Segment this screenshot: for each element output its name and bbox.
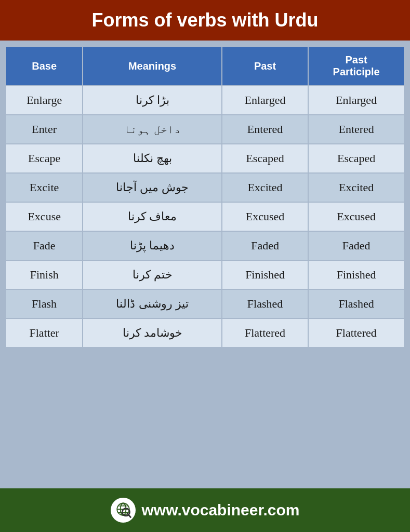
table-row: Excuseمعاف کرناExcusedExcused [6, 202, 404, 231]
cell-base: Escape [6, 144, 83, 173]
cell-meaning: بھچ نکلنا [83, 144, 221, 173]
globe-icon: www [111, 498, 136, 523]
cell-meaning: تیز روشنی ڈالنا [83, 289, 221, 318]
cell-participle: Finished [308, 260, 404, 289]
page-wrapper: Forms of verbs with Urdu Base Meanings P… [0, 0, 410, 532]
cell-past: Escaped [222, 144, 309, 173]
cell-base: Enter [6, 115, 83, 144]
col-base: Base [6, 46, 83, 86]
cell-meaning: جوش میں آجانا [83, 173, 221, 202]
cell-base: Enlarge [6, 86, 83, 115]
table-row: Exciteجوش میں آجاناExcitedExcited [6, 173, 404, 202]
cell-meaning: معاف کرنا [83, 202, 221, 231]
header-row: Base Meanings Past PastParticiple [6, 46, 404, 86]
verb-table: Base Meanings Past PastParticiple Enlarg… [5, 46, 405, 348]
cell-past: Faded [222, 231, 309, 260]
page-title: Forms of verbs with Urdu [10, 9, 400, 31]
footer-url: www.vocabineer.com [142, 501, 300, 519]
cell-participle: Escaped [308, 144, 404, 173]
cell-past: Excused [222, 202, 309, 231]
table-row: Enterداخل ہوناEnteredEntered [6, 115, 404, 144]
cell-base: Excuse [6, 202, 83, 231]
col-past: Past [222, 46, 309, 86]
cell-participle: Flattered [308, 318, 404, 348]
cell-participle: Excited [308, 173, 404, 202]
cell-past: Flashed [222, 289, 309, 318]
cell-participle: Excused [308, 202, 404, 231]
cell-meaning: دھیما پڑنا [83, 231, 221, 260]
col-participle: PastParticiple [308, 46, 404, 86]
cell-base: Fade [6, 231, 83, 260]
table-row: Finishختم کرناFinishedFinished [6, 260, 404, 289]
cell-past: Enlarged [222, 86, 309, 115]
col-meanings: Meanings [83, 46, 221, 86]
cell-participle: Enlarged [308, 86, 404, 115]
cell-base: Excite [6, 173, 83, 202]
cell-meaning: ختم کرنا [83, 260, 221, 289]
cell-past: Entered [222, 115, 309, 144]
footer-bar: www www.vocabineer.com [0, 488, 410, 532]
cell-participle: Faded [308, 231, 404, 260]
svg-text:www: www [120, 503, 126, 507]
cell-past: Flattered [222, 318, 309, 348]
cell-meaning: بڑا کرنا [83, 86, 221, 115]
cell-past: Excited [222, 173, 309, 202]
cell-participle: Flashed [308, 289, 404, 318]
table-row: Flatterخوشامد کرناFlatteredFlattered [6, 318, 404, 348]
table-row: Enlargeبڑا کرناEnlargedEnlarged [6, 86, 404, 115]
cell-past: Finished [222, 260, 309, 289]
cell-meaning: خوشامد کرنا [83, 318, 221, 348]
table-container: Base Meanings Past PastParticiple Enlarg… [0, 41, 410, 488]
table-header: Base Meanings Past PastParticiple [6, 46, 404, 86]
cell-base: Flatter [6, 318, 83, 348]
table-body: Enlargeبڑا کرناEnlargedEnlargedEnterداخل… [6, 86, 404, 348]
table-row: Flashتیز روشنی ڈالناFlashedFlashed [6, 289, 404, 318]
table-row: Escapeبھچ نکلناEscapedEscaped [6, 144, 404, 173]
cell-base: Finish [6, 260, 83, 289]
table-row: Fadeدھیما پڑناFadedFaded [6, 231, 404, 260]
cell-participle: Entered [308, 115, 404, 144]
cell-meaning: داخل ہونا [83, 115, 221, 144]
title-bar: Forms of verbs with Urdu [0, 0, 410, 41]
cell-base: Flash [6, 289, 83, 318]
